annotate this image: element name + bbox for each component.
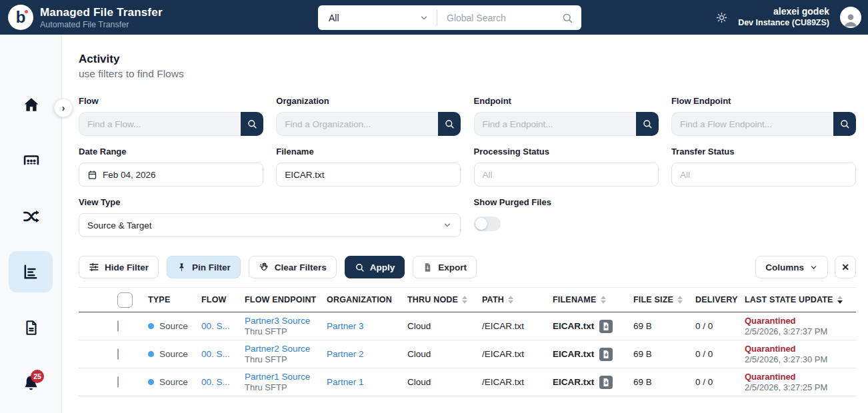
apply-button[interactable]: Apply (345, 256, 405, 278)
col-header-thru-node[interactable]: THRU NODE (407, 295, 482, 304)
col-header-organization: ORGANIZATION (327, 295, 407, 304)
sidebar-expand-button[interactable]: › (54, 99, 73, 117)
flow-endpoint-search-button[interactable] (833, 112, 856, 136)
table-row: Source 00. S... Partner3 SourceThru SFTP… (79, 312, 856, 340)
sort-icon (677, 296, 683, 304)
search-scope-value: All (329, 13, 339, 23)
sidebar-item-documents[interactable] (0, 319, 62, 336)
status-badge: Quarantined (745, 316, 796, 326)
date-range-input[interactable]: Feb 04, 2026 (79, 163, 263, 187)
flow-endpoint-link[interactable]: Partner2 Source (245, 344, 310, 354)
main-content: Activity use filters to find Flows Flow … (63, 35, 868, 413)
processing-status-label: Processing Status (474, 147, 659, 157)
col-header-file-size[interactable]: FILE SIZE (633, 295, 695, 304)
export-file-icon (423, 262, 433, 272)
theme-toggle-sun-icon[interactable] (716, 12, 727, 23)
search-icon (247, 119, 257, 129)
organization-link[interactable]: Partner 3 (327, 321, 364, 331)
flow-endpoint-link[interactable]: Partner3 Source (245, 316, 310, 326)
sort-icon (462, 296, 467, 304)
status-badge: Quarantined (745, 372, 796, 382)
download-file-icon[interactable] (599, 376, 613, 389)
download-file-icon[interactable] (599, 348, 613, 361)
columns-button[interactable]: Columns (755, 256, 828, 278)
flow-link[interactable]: 00. S... (201, 349, 230, 359)
flow-endpoint-filter-input[interactable] (671, 112, 833, 136)
download-file-icon[interactable] (599, 320, 613, 333)
sidebar-item-organizations[interactable] (0, 151, 62, 170)
logo-dot (25, 10, 28, 13)
organization-link[interactable]: Partner 2 (327, 349, 364, 359)
organization-filter-input[interactable] (276, 112, 438, 136)
filename-filter-input[interactable] (285, 170, 452, 180)
sort-icon-descending (837, 296, 843, 304)
pin-icon (177, 262, 187, 272)
show-purged-label: Show Purged Files (474, 197, 659, 207)
sidebar-item-flows[interactable] (0, 207, 62, 226)
processing-status-select[interactable]: All (474, 163, 659, 187)
select-all-checkbox[interactable] (117, 292, 133, 308)
search-icon (839, 119, 850, 129)
calendar-icon (87, 170, 97, 180)
row-checkbox[interactable] (117, 376, 119, 388)
row-checkbox[interactable] (117, 348, 119, 360)
col-header-path[interactable]: PATH (482, 295, 553, 304)
person-icon (842, 11, 859, 28)
view-type-label: View Type (79, 197, 461, 207)
filter-toolbar: Hide Filter Pin Filter Clear Filters App… (79, 256, 856, 278)
table-row: Source 00. S... Partner1 SourceThru SFTP… (79, 368, 856, 396)
flow-filter-input[interactable] (79, 112, 241, 136)
app-brand: b Managed File Transfer Automated File T… (0, 5, 163, 30)
global-search-input[interactable] (437, 13, 561, 23)
toggle-knob (475, 218, 487, 230)
flow-endpoint-link[interactable]: Partner1 Source (245, 372, 310, 382)
search-scope-select[interactable]: All (318, 13, 437, 23)
flow-filter-label: Flow (79, 96, 263, 106)
export-button[interactable]: Export (413, 256, 477, 278)
pin-filter-button[interactable]: Pin Filter (167, 256, 241, 278)
row-checkbox[interactable] (117, 320, 119, 332)
app-title: Managed File Transfer (40, 6, 163, 19)
activity-table: TYPE FLOW FLOW ENDPOINT ORGANIZATION THR… (79, 287, 856, 396)
sidebar-item-activity-active[interactable] (9, 251, 53, 292)
col-header-filename[interactable]: FILENAME (553, 295, 633, 304)
source-type-dot (148, 351, 154, 357)
app-logo: b (8, 5, 33, 30)
clear-filters-button[interactable]: Clear Filters (249, 256, 337, 278)
filename-filter-label: Filename (276, 147, 461, 157)
filter-panel: Flow Organization Endpoint (79, 96, 856, 237)
organization-icon (22, 151, 41, 170)
sidebar-item-home[interactable] (0, 96, 62, 113)
search-icon (642, 119, 653, 129)
sidebar: 25 › (0, 35, 62, 413)
navbar-right: alexei godek Dev Instance (CU89ZS) (716, 0, 861, 35)
flow-link[interactable]: 00. S... (201, 321, 230, 331)
show-purged-toggle[interactable] (474, 216, 501, 231)
close-filter-button[interactable]: ✕ (835, 256, 856, 278)
organization-link[interactable]: Partner 1 (327, 377, 364, 387)
endpoint-search-button[interactable] (636, 112, 659, 136)
col-header-last-state-update[interactable]: LAST STATE UPDATE (745, 295, 856, 304)
view-type-value: Source & Target (87, 220, 152, 230)
flow-search-button[interactable] (241, 112, 263, 136)
flow-endpoint-filter-label: Flow Endpoint (671, 96, 856, 106)
close-icon: ✕ (841, 262, 849, 272)
chevron-down-icon (809, 263, 818, 272)
view-type-select[interactable]: Source & Target (79, 213, 461, 237)
search-icon (444, 119, 455, 129)
endpoint-filter-input[interactable] (474, 112, 636, 136)
date-range-value: Feb 04, 2026 (103, 170, 156, 180)
notification-badge: 25 (31, 370, 44, 383)
user-avatar[interactable] (840, 7, 861, 28)
app-subtitle: Automated File Transfer (40, 20, 163, 29)
transfer-status-label: Transfer Status (671, 147, 856, 157)
hide-filter-button[interactable]: Hide Filter (79, 256, 159, 278)
home-icon (23, 96, 40, 113)
flow-link[interactable]: 00. S... (201, 377, 230, 387)
processing-status-value: All (483, 170, 493, 180)
transfer-status-select[interactable]: All (671, 163, 856, 187)
organization-search-button[interactable] (438, 112, 461, 136)
table-header-row: TYPE FLOW FLOW ENDPOINT ORGANIZATION THR… (79, 288, 856, 312)
search-icon[interactable] (561, 12, 573, 24)
search-icon (355, 262, 365, 272)
